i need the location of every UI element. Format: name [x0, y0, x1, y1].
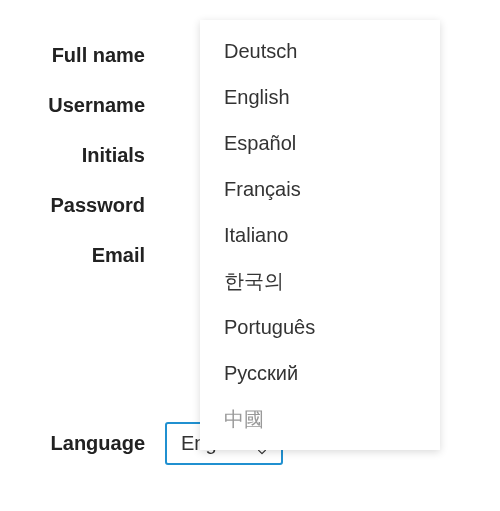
- label-full-name: Full name: [0, 44, 165, 67]
- language-option[interactable]: Français: [200, 166, 440, 212]
- language-dropdown-menu: Deutsch English Español Français Italian…: [200, 20, 440, 450]
- language-option[interactable]: English: [200, 74, 440, 120]
- label-email: Email: [0, 244, 165, 267]
- language-option[interactable]: 한국의: [200, 258, 440, 304]
- language-option[interactable]: Deutsch: [200, 28, 440, 74]
- language-option[interactable]: 中國: [200, 396, 440, 442]
- label-initials: Initials: [0, 144, 165, 167]
- label-password: Password: [0, 194, 165, 217]
- label-username: Username: [0, 94, 165, 117]
- label-language: Language: [0, 432, 165, 455]
- language-option[interactable]: Italiano: [200, 212, 440, 258]
- language-option[interactable]: Português: [200, 304, 440, 350]
- form-container: Full name Username Initials Password Ema…: [0, 0, 500, 465]
- language-option[interactable]: Русский: [200, 350, 440, 396]
- language-option[interactable]: Español: [200, 120, 440, 166]
